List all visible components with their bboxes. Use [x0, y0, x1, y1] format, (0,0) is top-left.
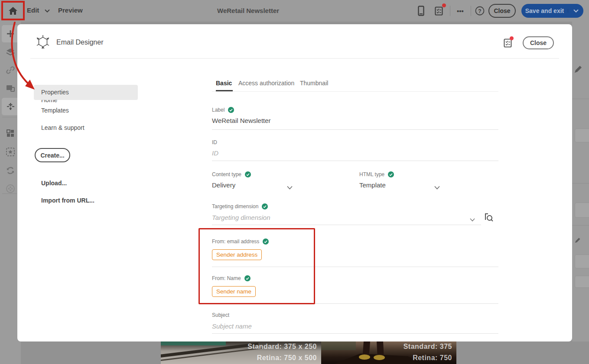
input-underline: [212, 225, 481, 225]
device-preview-icon[interactable]: [415, 5, 426, 16]
screen: Edit Preview WeRetail Newsletter ••• ? C…: [0, 0, 589, 364]
subject-input[interactable]: Subject name: [212, 322, 252, 330]
photo-caption: Retina: 750 x 500: [257, 354, 317, 362]
nav-item-templates[interactable]: Templates: [41, 107, 69, 114]
targeting-dimension-label: Targeting dimension: [212, 203, 268, 209]
annotation-arrow: [0, 0, 61, 104]
pencil-icon: [574, 237, 581, 246]
services-button[interactable]: [2, 180, 19, 197]
fragments-button[interactable]: [2, 143, 19, 161]
notification-dot: [510, 36, 514, 40]
pencil-icon: [573, 65, 582, 76]
save-and-exit-button[interactable]: Save and exit: [521, 4, 583, 18]
id-input[interactable]: ID: [212, 149, 218, 157]
label-field-label: Label: [212, 107, 234, 113]
background-field: [575, 276, 589, 288]
photo-caption: Standard: 375 x 250: [247, 343, 317, 351]
help-icon[interactable]: ?: [474, 5, 485, 16]
tab-access-authorization[interactable]: Access authorization: [238, 80, 294, 87]
browse-search-icon[interactable]: [485, 213, 493, 223]
id-field-label: ID: [212, 139, 217, 145]
newsletter-photo-hiker: Standard: 375 Retina: 750: [321, 341, 456, 364]
content-type-label: Content type: [212, 171, 251, 177]
input-underline: [212, 129, 498, 130]
page-information-icon[interactable]: [433, 5, 444, 16]
dialog-title: Email Designer: [56, 39, 103, 46]
divider: [30, 58, 559, 59]
background-field: [575, 203, 589, 218]
svg-text:?: ?: [478, 8, 481, 14]
valid-check-icon: [388, 171, 394, 177]
divider: [212, 91, 498, 92]
html-type-select[interactable]: Template: [359, 181, 386, 189]
chevron-down-icon[interactable]: [434, 184, 440, 191]
content-type-select[interactable]: Delivery: [212, 181, 235, 189]
preview-menu[interactable]: Preview: [58, 6, 83, 14]
tab-thumbnail[interactable]: Thumbnail: [300, 80, 328, 87]
more-options-icon[interactable]: •••: [454, 5, 467, 16]
tab-basic[interactable]: Basic: [216, 80, 232, 87]
create-button[interactable]: Create...: [35, 148, 70, 162]
annotation-box-from-fields: [199, 228, 315, 304]
newsletter-photo-ski: Standard: 375 x 250 Retina: 750 x 500: [161, 341, 321, 364]
valid-check-icon: [228, 107, 234, 113]
photo-caption: Standard: 375: [404, 343, 452, 351]
topbar-close-button[interactable]: Close: [488, 4, 516, 18]
sync-button[interactable]: [2, 162, 19, 179]
input-underline: [212, 161, 498, 161]
save-and-exit-label[interactable]: Save and exit: [521, 7, 568, 14]
divider: [471, 6, 471, 16]
targeting-dimension-select[interactable]: Targeting dimension: [212, 214, 270, 221]
valid-check-icon: [262, 203, 268, 209]
photo-caption: Retina: 750: [413, 354, 452, 362]
label-input[interactable]: WeRetail Newsletter: [212, 117, 271, 124]
page-title: WeRetail Newsletter: [217, 7, 279, 14]
valid-check-icon: [245, 171, 251, 177]
upload-action[interactable]: Upload...: [41, 180, 67, 187]
dialog-close-button[interactable]: Close: [523, 36, 554, 49]
editor-topbar: Edit Preview WeRetail Newsletter ••• ? C…: [0, 0, 589, 22]
input-underline: [212, 333, 498, 334]
chevron-down-icon[interactable]: [470, 216, 475, 223]
subject-label: Subject: [212, 312, 229, 318]
import-from-url-action[interactable]: Import from URL...: [41, 197, 94, 204]
save-options-chevron[interactable]: [568, 9, 583, 13]
divider: [2, 117, 17, 117]
chevron-down-icon[interactable]: [287, 184, 293, 191]
divider: [450, 6, 450, 16]
divider: [2, 193, 17, 194]
background-properties-panel: [572, 22, 589, 341]
background-field: [575, 254, 589, 268]
components-grid-button[interactable]: [2, 125, 19, 142]
html-type-label: HTML type: [359, 171, 394, 177]
nav-item-learn-support[interactable]: Learn & support: [41, 124, 85, 131]
background-field: [575, 129, 589, 142]
validation-report-icon[interactable]: [504, 38, 512, 49]
notification-dot: [442, 3, 446, 7]
